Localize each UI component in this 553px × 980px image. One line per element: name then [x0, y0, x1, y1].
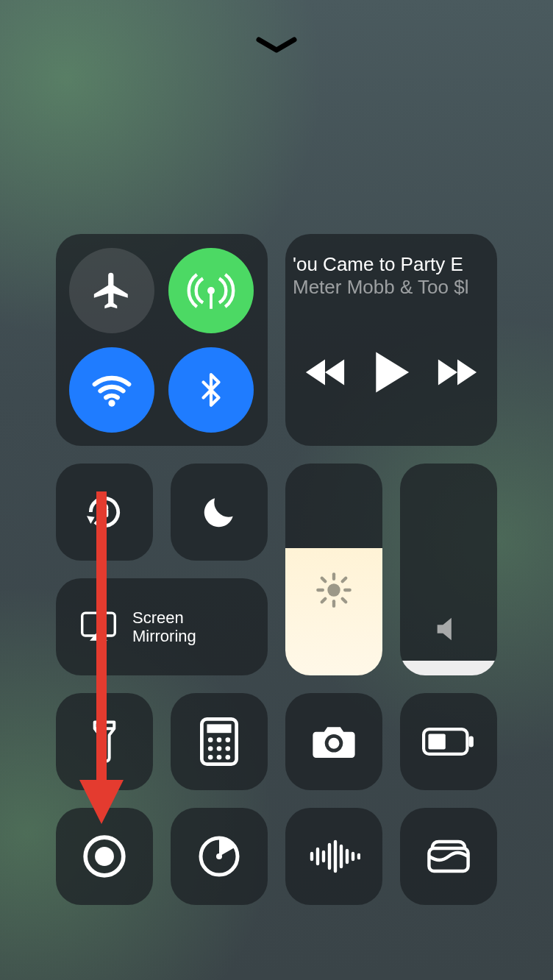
orientation-lock-toggle[interactable]: [56, 464, 153, 561]
svg-rect-29: [469, 736, 474, 748]
svg-point-26: [226, 755, 231, 760]
previous-track-button[interactable]: [304, 355, 346, 390]
airplane-icon: [90, 269, 133, 312]
screen-mirroring-icon: [81, 611, 116, 643]
battery-icon: [422, 727, 475, 756]
calculator-icon: [200, 717, 238, 767]
svg-point-32: [95, 847, 114, 866]
svg-point-20: [226, 737, 231, 742]
svg-rect-30: [428, 734, 445, 749]
svg-point-34: [216, 853, 222, 859]
camera-icon: [310, 722, 358, 761]
rewind-icon: [304, 355, 346, 390]
wifi-icon: [89, 367, 135, 413]
svg-point-19: [217, 737, 222, 742]
airplane-mode-toggle[interactable]: [69, 248, 154, 333]
antenna-icon: [187, 266, 235, 315]
calculator-button[interactable]: [171, 693, 268, 790]
sun-icon: [315, 571, 353, 609]
timer-icon: [197, 834, 241, 878]
wallet-button[interactable]: [400, 808, 497, 905]
fast-forward-icon: [436, 355, 479, 390]
svg-point-22: [217, 746, 222, 751]
svg-point-24: [208, 755, 213, 760]
svg-line-12: [322, 599, 326, 603]
media-track-artist: Meter Mobb & Too $l: [293, 276, 490, 299]
play-icon: [371, 349, 412, 395]
flashlight-button[interactable]: [56, 693, 153, 790]
waveform-icon: [307, 839, 360, 874]
svg-point-15: [102, 739, 107, 744]
svg-rect-3: [101, 509, 109, 517]
svg-line-11: [343, 599, 346, 603]
svg-rect-17: [207, 724, 231, 733]
brightness-slider[interactable]: [285, 464, 382, 675]
low-power-mode-button[interactable]: [400, 693, 497, 790]
orientation-lock-icon: [81, 489, 128, 536]
svg-point-23: [226, 746, 231, 751]
svg-point-21: [208, 746, 213, 751]
svg-rect-1: [210, 291, 213, 309]
play-button[interactable]: [371, 349, 412, 395]
cellular-data-toggle[interactable]: [168, 248, 254, 333]
volume-slider[interactable]: [400, 464, 497, 675]
timer-button[interactable]: [171, 808, 268, 905]
svg-point-25: [217, 755, 222, 760]
media-panel[interactable]: 'ou Came to Party E Meter Mobb & Too $l: [285, 234, 497, 446]
svg-point-2: [108, 400, 115, 406]
wallet-icon: [426, 837, 471, 876]
media-track-title: 'ou Came to Party E: [293, 253, 490, 276]
wifi-toggle[interactable]: [69, 347, 154, 433]
next-track-button[interactable]: [436, 355, 479, 390]
voice-memos-button[interactable]: [285, 808, 382, 905]
screen-mirroring-button[interactable]: Screen Mirroring: [56, 578, 268, 675]
connectivity-panel[interactable]: [56, 234, 268, 446]
control-center: 'ou Came to Party E Meter Mobb & Too $l: [56, 234, 497, 923]
moon-icon: [199, 491, 240, 533]
svg-line-13: [343, 578, 346, 582]
chevron-down-icon: [254, 35, 299, 56]
svg-point-18: [208, 737, 213, 742]
screen-recording-button[interactable]: [56, 808, 153, 905]
svg-line-10: [322, 578, 326, 582]
bluetooth-icon: [193, 372, 229, 408]
speaker-icon: [432, 612, 465, 646]
collapse-handle[interactable]: [254, 35, 299, 56]
screen-mirroring-label: Screen Mirroring: [132, 608, 196, 646]
do-not-disturb-toggle[interactable]: [171, 464, 268, 561]
screen-record-icon: [82, 834, 127, 879]
svg-point-5: [327, 583, 340, 596]
brightness-fill: [285, 548, 382, 675]
camera-button[interactable]: [285, 693, 382, 790]
bluetooth-toggle[interactable]: [168, 347, 254, 433]
flashlight-icon: [90, 719, 119, 764]
volume-fill: [400, 661, 497, 675]
